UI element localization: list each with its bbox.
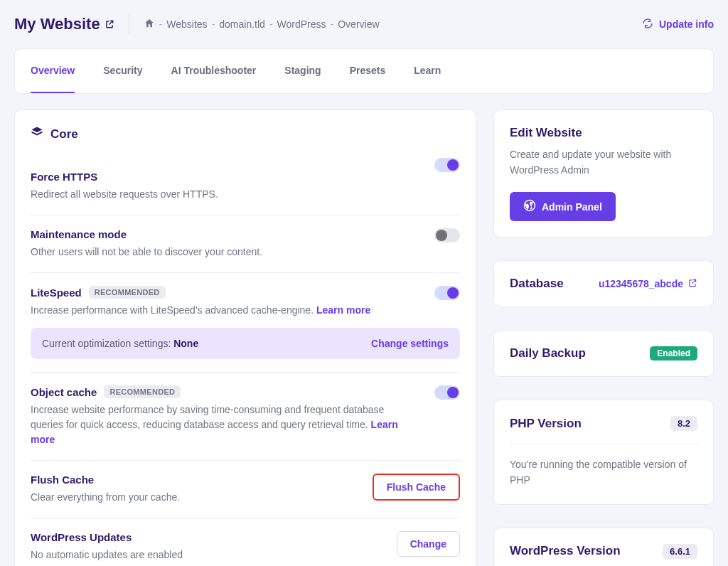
php-card: PHP Version 8.2 You're running the compa…	[493, 400, 714, 504]
site-title[interactable]: My Website	[14, 15, 114, 33]
edit-website-desc: Create and update your website with Word…	[510, 147, 697, 178]
database-card: Database u12345678_abcde	[493, 260, 714, 307]
object-cache-title: Object cache	[31, 386, 97, 398]
edit-website-card: Edit Website Create and update your webs…	[493, 110, 714, 237]
litespeed-desc-text: Increase performance with LiteSpeed's ad…	[31, 304, 316, 316]
update-info-button[interactable]: Update info	[642, 18, 714, 31]
tab-security[interactable]: Security	[103, 49, 142, 93]
maintenance-title: Maintenance mode	[31, 228, 127, 240]
side-column: Edit Website Create and update your webs…	[493, 110, 714, 566]
breadcrumb-wordpress[interactable]: WordPress	[277, 18, 326, 30]
flush-cache-desc: Clear everything from your cache.	[31, 490, 180, 505]
wp-version-badge: 6.6.1	[663, 544, 697, 559]
maintenance-desc: Other users will not be able to discover…	[31, 245, 414, 260]
wp-version-title: WordPress Version	[510, 544, 621, 558]
tabs: Overview Security AI Troubleshooter Stag…	[14, 48, 714, 94]
toggle-knob	[447, 287, 459, 299]
litespeed-opt-banner: Current optimization settings: None Chan…	[31, 328, 460, 359]
object-cache-desc-text: Increase website performance by saving t…	[31, 404, 384, 430]
edit-website-title: Edit Website	[510, 126, 697, 140]
wp-updates-change-button[interactable]: Change	[397, 531, 460, 557]
maintenance-toggle[interactable]	[434, 228, 460, 242]
external-link-icon	[687, 278, 697, 290]
flush-cache-button[interactable]: Flush Cache	[373, 474, 460, 501]
wp-updates-desc: No automatic updates are enabled	[31, 548, 183, 562]
backup-badge: Enabled	[650, 346, 697, 361]
admin-panel-button[interactable]: Admin Panel	[510, 192, 616, 221]
force-https-toggle[interactable]	[434, 158, 460, 172]
setting-object-cache: Object cache RECOMMENDED Increase websit…	[31, 373, 460, 461]
site-title-text: My Website	[14, 15, 100, 33]
litespeed-desc: Increase performance with LiteSpeed's ad…	[31, 303, 414, 318]
core-card: Core Force HTTPS Redirect all website re…	[14, 110, 476, 566]
main-column: Core Force HTTPS Redirect all website re…	[14, 110, 476, 566]
tab-learn[interactable]: Learn	[414, 49, 441, 93]
breadcrumb-sep: -	[212, 18, 215, 30]
breadcrumb-websites[interactable]: Websites	[166, 18, 207, 30]
litespeed-change-settings[interactable]: Change settings	[371, 338, 449, 349]
php-desc: You're running the compatible version of…	[510, 457, 697, 488]
force-https-desc: Redirect all website requests over HTTPS…	[31, 187, 414, 202]
header-left: My Website - Websites - domain.tld - Wor…	[14, 14, 380, 34]
page-header: My Website - Websites - domain.tld - Wor…	[14, 14, 714, 34]
database-title: Database	[510, 277, 564, 291]
litespeed-learn-more[interactable]: Learn more	[316, 304, 370, 316]
vertical-divider	[129, 14, 129, 34]
php-version-badge: 8.2	[670, 416, 697, 431]
admin-panel-label: Admin Panel	[542, 201, 602, 213]
wp-version-card: WordPress Version 6.6.1 You're running t…	[493, 528, 714, 566]
tab-overview[interactable]: Overview	[31, 49, 75, 93]
tab-ai-troubleshooter[interactable]: AI Troubleshooter	[171, 49, 257, 93]
object-cache-toggle[interactable]	[434, 385, 460, 400]
breadcrumb-sep: -	[269, 18, 273, 30]
breadcrumb: - Websites - domain.tld - WordPress - Ov…	[144, 18, 380, 31]
object-cache-badge: RECOMMENDED	[104, 385, 181, 398]
litespeed-title: LiteSpeed	[31, 287, 82, 299]
litespeed-opt-label: Current optimization settings: None	[42, 338, 198, 349]
setting-force-https: Force HTTPS Redirect all website request…	[31, 158, 460, 215]
database-name: u12345678_abcde	[599, 278, 683, 289]
update-info-label: Update info	[659, 18, 714, 30]
setting-maintenance: Maintenance mode Other users will not be…	[31, 215, 460, 273]
database-link[interactable]: u12345678_abcde	[599, 278, 697, 290]
flush-cache-title: Flush Cache	[31, 474, 94, 486]
php-title: PHP Version	[510, 417, 582, 431]
core-title-text: Core	[50, 127, 78, 142]
home-icon[interactable]	[144, 18, 155, 31]
force-https-title: Force HTTPS	[31, 171, 97, 183]
external-link-icon	[105, 15, 114, 33]
object-cache-desc: Increase website performance by saving t…	[31, 402, 414, 447]
wordpress-icon	[523, 199, 536, 214]
tab-staging[interactable]: Staging	[284, 49, 321, 93]
toggle-knob	[436, 230, 447, 241]
layers-icon	[31, 126, 43, 142]
breadcrumb-overview[interactable]: Overview	[338, 18, 379, 30]
breadcrumb-domain[interactable]: domain.tld	[219, 18, 265, 30]
backup-card: Daily Backup Enabled	[493, 330, 714, 377]
backup-title: Daily Backup	[510, 346, 586, 361]
tab-presets[interactable]: Presets	[350, 49, 386, 93]
layout: Core Force HTTPS Redirect all website re…	[14, 110, 714, 566]
wp-updates-title: WordPress Updates	[31, 531, 132, 543]
setting-wp-updates: WordPress Updates No automatic updates a…	[31, 518, 460, 562]
breadcrumb-sep: -	[159, 18, 163, 30]
setting-flush-cache: Flush Cache Clear everything from your c…	[31, 461, 460, 518]
litespeed-opt-value: None	[173, 338, 198, 349]
core-section-title: Core	[31, 126, 460, 142]
divider	[510, 444, 697, 444]
toggle-knob	[447, 159, 459, 171]
toggle-knob	[447, 387, 459, 398]
litespeed-badge: RECOMMENDED	[89, 286, 166, 299]
breadcrumb-sep: -	[331, 18, 334, 30]
litespeed-toggle[interactable]	[434, 286, 460, 300]
setting-litespeed: LiteSpeed RECOMMENDED Increase performan…	[31, 273, 460, 373]
litespeed-opt-prefix: Current optimization settings:	[42, 338, 173, 349]
refresh-icon	[642, 18, 653, 31]
